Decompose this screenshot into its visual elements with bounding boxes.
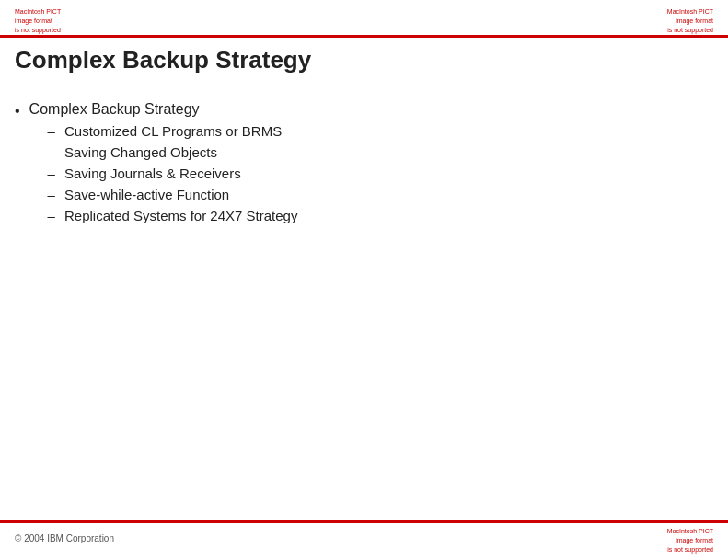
top-right-logo-text: MacIntosh PICT image format is not suppo… xyxy=(640,7,713,34)
bullet-main-text: Complex Backup Strategy xyxy=(29,101,298,118)
sub-items-list: –Customized CL Programs or BRMS–Saving C… xyxy=(29,123,298,223)
sub-item: –Save-while-active Function xyxy=(29,187,298,202)
bullet-dot: • xyxy=(15,103,20,120)
page-title: Complex Backup Strategy xyxy=(15,46,311,74)
bottom-right-logo: MacIntosh PICT image format is not suppo… xyxy=(640,527,713,553)
sub-item-text: Replicated Systems for 24X7 Strategy xyxy=(64,208,297,223)
top-right-logo: MacIntosh PICT image format is not suppo… xyxy=(640,7,713,33)
dash-icon: – xyxy=(29,187,55,202)
top-red-line xyxy=(0,35,728,38)
sub-item-text: Saving Changed Objects xyxy=(64,144,217,160)
sub-item: –Replicated Systems for 24X7 Strategy xyxy=(29,208,298,223)
sub-item: –Saving Journals & Receivers xyxy=(29,166,298,181)
top-left-logo: MacIntosh PICT image format is not suppo… xyxy=(15,7,88,33)
dash-icon: – xyxy=(29,144,55,160)
footer-copyright: © 2004 IBM Corporation xyxy=(15,533,114,543)
bullet-section: • Complex Backup Strategy –Customized CL… xyxy=(15,101,713,229)
sub-item: –Saving Changed Objects xyxy=(29,144,298,160)
dash-icon: – xyxy=(29,166,55,181)
bottom-red-line xyxy=(0,520,728,523)
bullet-main-content: Complex Backup Strategy –Customized CL P… xyxy=(29,101,298,229)
page-container: MacIntosh PICT image format is not suppo… xyxy=(0,0,728,560)
dash-icon: – xyxy=(29,123,55,139)
dash-icon: – xyxy=(29,208,55,223)
sub-item-text: Customized CL Programs or BRMS xyxy=(64,123,282,139)
top-left-logo-text: MacIntosh PICT image format is not suppo… xyxy=(15,7,88,34)
content-area: • Complex Backup Strategy –Customized CL… xyxy=(15,101,713,234)
sub-item-text: Save-while-active Function xyxy=(64,187,229,202)
sub-item: –Customized CL Programs or BRMS xyxy=(29,123,298,139)
sub-item-text: Saving Journals & Receivers xyxy=(64,166,241,181)
bottom-right-logo-text: MacIntosh PICT image format is not suppo… xyxy=(640,527,713,554)
